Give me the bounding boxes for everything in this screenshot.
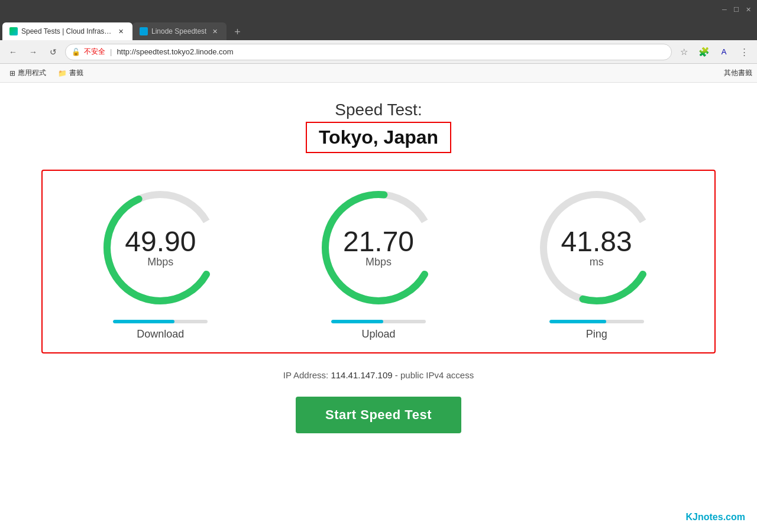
address-bar: ← → ↺ 🔓 不安全 | http://speedtest.tokyo2.li…: [0, 40, 757, 64]
url-prefix: 不安全: [84, 47, 105, 57]
download-unit: Mbps: [125, 256, 196, 268]
forward-button[interactable]: →: [25, 44, 41, 60]
meters-container: 49.90 Mbps Download 21.70 Mbps: [41, 170, 716, 353]
other-bookmarks-label: 其他書籤: [724, 69, 752, 77]
download-bar-fill: [113, 320, 174, 323]
upload-value: 21.70 Mbps: [343, 228, 414, 268]
browser-chrome: ─ ☐ ✕ Speed Tests | Cloud Infrastruct...…: [0, 0, 757, 83]
upload-unit: Mbps: [343, 256, 414, 268]
watermark: KJnotes.com: [686, 512, 745, 523]
upload-label: Upload: [361, 328, 395, 340]
download-gauge: 49.90 Mbps: [95, 183, 225, 313]
new-tab-button[interactable]: +: [229, 24, 245, 40]
extensions-button[interactable]: 🧩: [695, 44, 712, 60]
ping-bar-fill: [549, 320, 606, 323]
tabs-bar: Speed Tests | Cloud Infrastruct... ✕ Lin…: [0, 19, 757, 40]
bookmark-bookmarks-label: 書籤: [69, 68, 83, 78]
back-button[interactable]: ←: [5, 44, 21, 60]
download-bar-wrap: [113, 320, 208, 323]
ping-panel: 41.83 ms Ping: [496, 183, 697, 340]
ping-label: Ping: [586, 328, 607, 340]
ping-bar-wrap: [549, 320, 644, 323]
ping-unit: ms: [561, 256, 632, 268]
address-input[interactable]: 🔓 不安全 | http://speedtest.tokyo2.linode.c…: [65, 44, 672, 60]
maximize-button[interactable]: ☐: [732, 5, 740, 14]
tab-speed-tests[interactable]: Speed Tests | Cloud Infrastruct... ✕: [2, 22, 132, 40]
download-label: Download: [137, 328, 184, 340]
ping-gauge: 41.83 ms: [532, 183, 662, 313]
download-panel: 49.90 Mbps Download: [60, 183, 261, 340]
ping-value: 41.83 ms: [561, 228, 632, 268]
upload-bar-wrap: [331, 320, 426, 323]
upload-bar-fill: [331, 320, 383, 323]
tab-linode[interactable]: Linode Speedtest ✕: [132, 22, 227, 40]
ip-info: IP Address: 114.41.147.109 - public IPv4…: [283, 370, 474, 380]
bookmark-apps[interactable]: ⊞ 應用程式: [5, 67, 51, 79]
tab-favicon-speed: [9, 27, 18, 35]
bookmarks-icon: 📁: [58, 69, 67, 77]
other-bookmarks[interactable]: 其他書籤: [724, 68, 752, 78]
apps-icon: ⊞: [9, 69, 15, 77]
ip-suffix: - public IPv4 access: [393, 370, 474, 380]
start-speed-test-button[interactable]: Start Speed Test: [296, 397, 461, 433]
tab-title-linode: Linode Speedtest: [151, 27, 206, 35]
page-content: Speed Test: Tokyo, Japan 49.90 Mbps D: [0, 83, 757, 532]
bookmark-bookmarks[interactable]: 📁 書籤: [53, 67, 88, 79]
download-value: 49.90 Mbps: [125, 228, 196, 268]
ping-number: 41.83: [561, 228, 632, 256]
tab-title-speed: Speed Tests | Cloud Infrastruct...: [21, 27, 112, 35]
close-button[interactable]: ✕: [744, 5, 752, 14]
profile-button[interactable]: A: [716, 44, 732, 60]
menu-button[interactable]: ⋮: [736, 44, 752, 60]
page-title: Speed Test:: [335, 100, 422, 119]
tab-close-speed[interactable]: ✕: [116, 27, 125, 36]
minimize-button[interactable]: ─: [720, 5, 729, 14]
bookmark-apps-label: 應用程式: [18, 68, 46, 78]
window-controls: ─ ☐ ✕: [720, 5, 752, 14]
ip-address: 114.41.147.109: [331, 370, 392, 380]
bookmarks-bar: ⊞ 應用程式 📁 書籤 其他書籤: [0, 64, 757, 83]
upload-panel: 21.70 Mbps Upload: [279, 183, 479, 340]
tab-close-linode[interactable]: ✕: [210, 27, 219, 36]
title-bar: ─ ☐ ✕: [0, 0, 757, 19]
tab-favicon-linode: [140, 27, 148, 35]
upload-gauge: 21.70 Mbps: [313, 183, 444, 313]
download-number: 49.90: [125, 228, 196, 256]
bookmark-star-button[interactable]: ☆: [675, 44, 692, 60]
url-display: http://speedtest.tokyo2.linode.com: [117, 47, 233, 56]
upload-number: 21.70: [343, 228, 414, 256]
security-icon: 🔓: [72, 48, 80, 56]
location-box: Tokyo, Japan: [306, 122, 451, 153]
refresh-button[interactable]: ↺: [45, 44, 62, 60]
